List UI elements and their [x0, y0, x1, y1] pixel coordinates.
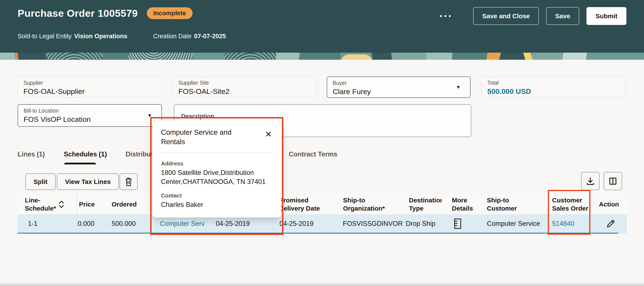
- status-badge: Incomplete: [147, 7, 192, 19]
- trash-icon: [124, 177, 133, 187]
- page-header: Purchase Order 1005579 Incomplete Sold-t…: [0, 0, 644, 53]
- cell-action[interactable]: [606, 214, 616, 233]
- save-and-close-button[interactable]: Save and Close: [473, 7, 539, 25]
- bill-to-location-field[interactable]: Bill-to Location FOS VisOP Location ▼: [18, 104, 162, 127]
- download-icon: [586, 176, 595, 186]
- creation-date-label: Creation Date: [153, 33, 192, 40]
- bill-to-caret-down-icon[interactable]: ▼: [147, 113, 152, 118]
- col-header-customer-sales-order[interactable]: Customer Sales Order: [552, 194, 599, 214]
- bill-to-location-label: Bill-to Location: [24, 108, 156, 114]
- cell-customer-sales-order-link[interactable]: 514840: [552, 214, 574, 233]
- tab-schedules[interactable]: Schedules(1): [64, 150, 107, 158]
- col-header-ordered[interactable]: Ordered: [112, 194, 144, 214]
- save-button[interactable]: Save: [546, 7, 579, 25]
- cell-ordered: 500.000: [112, 214, 136, 233]
- buyer-caret-down-icon[interactable]: ▼: [456, 84, 461, 90]
- column-separator: [77, 194, 77, 233]
- submit-button[interactable]: Submit: [586, 7, 626, 25]
- total-value: 500.000 USD: [487, 87, 620, 96]
- col-header-destination-type[interactable]: Destination Type: [409, 194, 442, 214]
- creation-date-value: 07-07-2025: [194, 33, 226, 40]
- more-details-icon: [454, 218, 462, 229]
- cell-price: 0.000: [78, 214, 101, 233]
- item-details-popup: Computer Service and Rentals ✕ Address 1…: [153, 120, 281, 217]
- active-tab-indicator: [64, 163, 96, 164]
- sort-icon[interactable]: [58, 194, 66, 214]
- columns-icon: [608, 176, 618, 186]
- tab-distributions[interactable]: Distributions: [126, 150, 152, 158]
- sold-to-label: Sold-to Legal Entity: [18, 33, 72, 40]
- edit-pencil-icon: [606, 219, 616, 229]
- bill-to-location-value: FOS VisOP Location: [24, 115, 156, 124]
- popup-title: Computer Service and Rentals: [161, 128, 253, 147]
- tab-contract-terms[interactable]: Contract Terms: [289, 150, 338, 158]
- popup-contact-value: Charles Baker: [161, 200, 273, 209]
- sold-to-value: Vision Operations: [74, 33, 127, 40]
- col-header-price[interactable]: Price: [79, 194, 102, 214]
- popup-contact-label: Contact: [161, 192, 273, 199]
- supplier-site-label: Supplier Site: [178, 80, 310, 86]
- col-header-ship-to-organization[interactable]: Ship-to Organization*: [343, 194, 397, 214]
- supplier-field[interactable]: Supplier FOS-OAL-Supplier: [18, 77, 162, 97]
- more-actions-icon[interactable]: •••: [440, 13, 453, 20]
- download-button[interactable]: [581, 172, 600, 190]
- col-header-ship-to-customer[interactable]: Ship-to Customer: [487, 194, 522, 214]
- col-header-action[interactable]: Action: [599, 194, 625, 214]
- popup-divider: [160, 153, 274, 153]
- bottom-edge: [0, 283, 644, 286]
- popup-address-value: 1800 Satellite Drive,Distribution Center…: [161, 168, 268, 186]
- total-label: Total: [487, 80, 620, 86]
- supplier-site-field[interactable]: Supplier Site FOS-OAL-Site2: [172, 77, 316, 97]
- buyer-label: Buyer: [333, 80, 464, 86]
- cell-ship-to-customer: Computer Service: [487, 214, 540, 233]
- col-header-promised-delivery[interactable]: Promised Delivery Date: [279, 194, 329, 214]
- cell-line-schedule: 1-1: [28, 214, 38, 233]
- split-button[interactable]: Split: [25, 173, 56, 190]
- col-header-line-schedule[interactable]: Line-Schedule*: [25, 194, 58, 214]
- buyer-value: Clare Furey: [333, 88, 464, 96]
- decorative-banner: [0, 53, 644, 60]
- buyer-field[interactable]: Buyer Clare Furey ▼: [327, 77, 470, 98]
- cell-more-details[interactable]: [454, 214, 462, 233]
- total-field: Total 500.000 USD: [482, 77, 625, 97]
- supplier-label: Supplier: [24, 80, 156, 86]
- popup-address-label: Address: [161, 160, 273, 167]
- columns-layout-button[interactable]: [604, 172, 622, 190]
- cell-promised-delivery: 04-25-2019: [280, 214, 314, 233]
- cell-ship-to-organization: FOSVISSGDINVOR: [343, 214, 404, 233]
- page-title: Purchase Order 1005579: [18, 7, 138, 19]
- col-header-more-details[interactable]: More Details: [452, 194, 477, 214]
- delete-button[interactable]: [120, 173, 138, 190]
- close-icon[interactable]: ✕: [265, 130, 272, 138]
- supplier-site-value: FOS-OAL-Site2: [178, 87, 310, 96]
- supplier-value: FOS-OAL-Supplier: [24, 87, 156, 96]
- tab-lines[interactable]: Lines(1): [18, 150, 45, 158]
- view-tax-lines-button[interactable]: View Tax Lines: [57, 173, 119, 190]
- cell-destination-type: Drop Ship: [406, 214, 435, 233]
- description-label: Description: [181, 113, 464, 120]
